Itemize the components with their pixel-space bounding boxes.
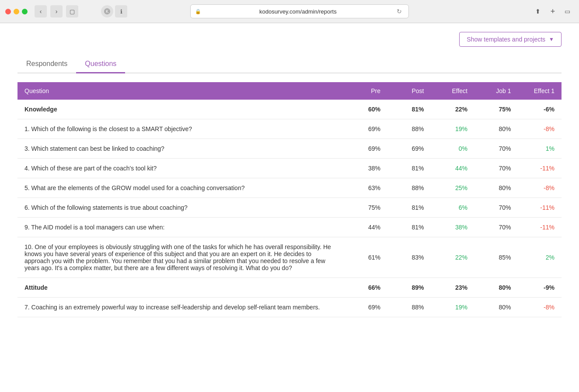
cell-job1: 80% [474,278,518,298]
cell-effect1: -8% [518,298,562,317]
cell-question: 1. Which of the following is the closest… [17,119,344,139]
fullscreen-button[interactable] [22,9,28,14]
table-row: 4. Which of these are part of the coach'… [17,159,562,178]
cell-question: 4. Which of these are part of the coach'… [17,159,344,178]
cell-job1: 70% [474,218,518,237]
col-header-job1: Job 1 [474,82,518,100]
cell-effect1: -11% [518,198,562,218]
cell-post: 89% [387,278,431,298]
cell-post: 88% [387,119,431,139]
cell-job1: 80% [474,178,518,198]
cell-effect1: -8% [518,178,562,198]
table-row: Knowledge60%81%22%75%-6% [17,100,562,119]
cell-post: 81% [387,100,431,119]
svg-text:K: K [106,9,109,14]
cell-job1: 70% [474,198,518,218]
forward-button[interactable]: › [50,5,63,17]
share-button[interactable]: ⬆ [532,5,544,17]
cell-pre: 38% [344,159,387,178]
cell-pre: 61% [344,237,387,278]
cell-question: 3. Which statement can best be linked to… [17,139,344,159]
col-header-effect1: Effect 1 [518,82,562,100]
reload-button[interactable]: ↻ [394,7,404,16]
cell-post: 88% [387,178,431,198]
profile-icon: K [101,5,113,17]
chevron-down-icon: ▼ [549,36,554,42]
cell-effect1: 2% [518,237,562,278]
cell-pre: 44% [344,218,387,237]
cell-job1: 70% [474,139,518,159]
cell-effect: 38% [431,218,474,237]
cell-pre: 69% [344,119,387,139]
cell-question: Knowledge [17,100,344,119]
cell-question: 10. One of your employees is obviously s… [17,237,344,278]
report-table: Question Pre Post Effect Job 1 Effect 1 … [17,82,562,317]
cell-job1: 80% [474,119,518,139]
url-bar[interactable]: 🔒 kodosurvey.com/admin/reports ↻ [190,4,409,18]
cell-job1: 85% [474,237,518,278]
cell-post: 81% [387,218,431,237]
templates-button-label: Show templates and projects [467,36,545,43]
cell-effect: 44% [431,159,474,178]
table-row: 9. The AID model is a tool managers can … [17,218,562,237]
close-button[interactable] [5,9,11,14]
cell-pre: 69% [344,298,387,317]
cell-pre: 60% [344,100,387,119]
cell-job1: 80% [474,298,518,317]
add-tab-button[interactable]: + [547,5,559,17]
cell-pre: 66% [344,278,387,298]
cell-effect: 23% [431,278,474,298]
minimize-button[interactable] [14,9,19,14]
col-header-effect: Effect [431,82,474,100]
cell-pre: 63% [344,178,387,198]
col-header-pre: Pre [344,82,387,100]
cell-effect: 6% [431,198,474,218]
col-header-post: Post [387,82,431,100]
cell-question: 9. The AID model is a tool managers can … [17,218,344,237]
table-row: 6. Which of the following statements is … [17,198,562,218]
cell-effect1: 1% [518,139,562,159]
reader-view-button[interactable]: ▭ [562,5,574,17]
cell-effect: 0% [431,139,474,159]
cell-post: 81% [387,159,431,178]
table-row: 1. Which of the following is the closest… [17,119,562,139]
info-icon[interactable]: ℹ [115,5,127,17]
cell-effect: 19% [431,119,474,139]
cell-effect1: -11% [518,218,562,237]
cell-post: 69% [387,139,431,159]
show-templates-button[interactable]: Show templates and projects ▼ [459,32,562,47]
cell-post: 88% [387,298,431,317]
tabs-container: Respondents Questions [17,56,562,73]
browser-actions: ⬆ + ▭ [532,5,574,17]
table-row: 7. Coaching is an extremely powerful way… [17,298,562,317]
cell-question: 7. Coaching is an extremely powerful way… [17,298,344,317]
page-content: Show templates and projects ▼ Respondent… [0,23,579,392]
cell-question: 5. What are the elements of the GROW mod… [17,178,344,198]
cell-effect1: -8% [518,119,562,139]
table-row: 5. What are the elements of the GROW mod… [17,178,562,198]
cell-effect1: -9% [518,278,562,298]
cell-effect1: -6% [518,100,562,119]
table-row: 3. Which statement can best be linked to… [17,139,562,159]
cell-post: 83% [387,237,431,278]
cell-question: 6. Which of the following statements is … [17,198,344,218]
traffic-lights [5,9,28,14]
col-header-question: Question [17,82,344,100]
tab-questions[interactable]: Questions [76,56,125,73]
cell-effect: 25% [431,178,474,198]
url-text: kodosurvey.com/admin/reports [204,8,392,15]
top-right-controls: Show templates and projects ▼ [17,32,562,47]
cell-effect: 19% [431,298,474,317]
tab-view-button[interactable]: ▢ [66,5,78,17]
cell-post: 81% [387,198,431,218]
back-button[interactable]: ‹ [35,5,47,17]
cell-pre: 69% [344,139,387,159]
tab-respondents[interactable]: Respondents [17,56,76,73]
cell-job1: 75% [474,100,518,119]
table-row: Attitude66%89%23%80%-9% [17,278,562,298]
cell-question: Attitude [17,278,344,298]
table-row: 10. One of your employees is obviously s… [17,237,562,278]
cell-effect1: -11% [518,159,562,178]
browser-chrome: ‹ › ▢ K ℹ 🔒 kodosurvey.com/admin/reports… [0,0,579,23]
table-header-row: Question Pre Post Effect Job 1 Effect 1 [17,82,562,100]
